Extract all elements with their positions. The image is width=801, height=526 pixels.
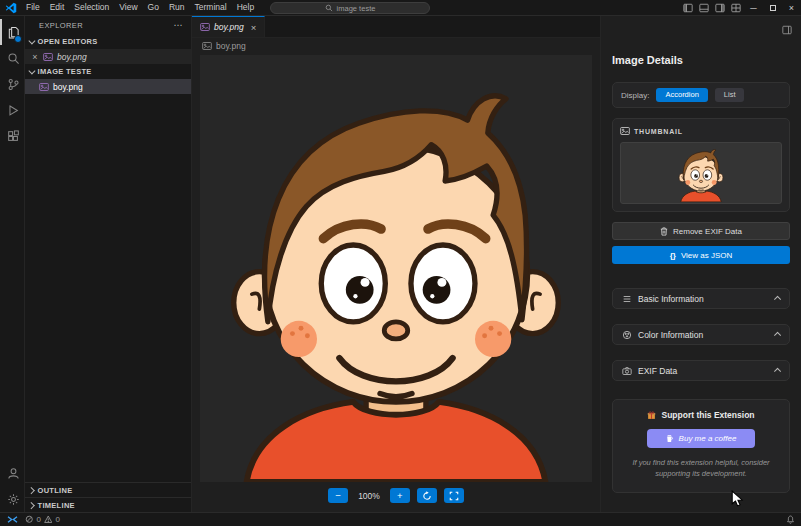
activity-account[interactable]: [0, 460, 24, 486]
chevron-right-icon: [28, 502, 34, 508]
tab-boy-png[interactable]: boy.png ×: [192, 16, 265, 37]
panel-layout-icon[interactable]: [782, 21, 792, 39]
list-icon: [622, 294, 632, 304]
panel-title: Image Details: [612, 54, 790, 66]
image-file-icon: [43, 52, 53, 62]
tab-close-icon[interactable]: ×: [251, 22, 257, 33]
display-label: Display:: [621, 91, 649, 100]
thumbnail-box: [620, 142, 782, 204]
accordion-label: Color Information: [638, 330, 703, 340]
view-json-label: View as JSON: [681, 251, 732, 260]
error-count: 0: [37, 515, 41, 524]
menu-run[interactable]: Run: [164, 0, 190, 15]
menu-terminal[interactable]: Terminal: [190, 0, 232, 15]
warning-count: 0: [55, 515, 59, 524]
toggle-secondary-sidebar-icon[interactable]: [712, 0, 728, 15]
activity-run-debug[interactable]: [0, 97, 24, 123]
camera-icon: [622, 366, 632, 376]
menu-view[interactable]: View: [114, 0, 142, 15]
zoom-out-button[interactable]: −: [328, 488, 348, 503]
menu-help[interactable]: Help: [232, 0, 259, 15]
close-icon[interactable]: ×: [31, 52, 39, 62]
remote-indicator[interactable]: [3, 513, 21, 526]
image-file-icon: [39, 82, 49, 92]
workbench: EXPLORER ⋯ OPEN EDITORS × boy.png IMAGE …: [0, 16, 801, 512]
activity-extensions[interactable]: [0, 123, 24, 149]
folder-name: IMAGE TESTE: [38, 67, 92, 76]
activity-bar: [0, 16, 25, 512]
timeline-label: TIMELINE: [38, 501, 75, 510]
activity-settings[interactable]: [0, 486, 24, 512]
open-editors-label: OPEN EDITORS: [38, 37, 98, 46]
fit-screen-button[interactable]: [444, 488, 464, 503]
timeline-section[interactable]: TIMELINE: [25, 497, 191, 512]
extensions-icon: [7, 130, 20, 143]
accordion-basic-information[interactable]: Basic Information: [612, 288, 790, 309]
more-actions-icon[interactable]: ⋯: [174, 20, 183, 30]
accordion-exif-data[interactable]: EXIF Data: [612, 360, 790, 381]
vscode-logo-icon: [5, 2, 17, 14]
bell-icon[interactable]: [786, 515, 795, 524]
customize-layout-icon[interactable]: [728, 0, 744, 15]
trash-icon: [660, 227, 668, 236]
chevron-right-icon: [28, 487, 34, 493]
image-details-panel: Image Details Display: Accordion List TH…: [600, 16, 801, 512]
menu-go[interactable]: Go: [143, 0, 164, 15]
support-note: If you find this extension helpful, cons…: [621, 457, 781, 480]
chevron-down-icon: [29, 68, 35, 74]
sync-badge: [14, 35, 22, 43]
problems-indicator[interactable]: 0 0: [25, 515, 60, 524]
maximize-icon: [770, 5, 776, 11]
zoom-level: 100%: [358, 491, 380, 501]
breadcrumb[interactable]: boy.png: [192, 38, 600, 53]
window-minimize-button[interactable]: ─: [744, 0, 763, 15]
command-center-search[interactable]: image teste: [270, 2, 430, 14]
image-file-icon: [202, 41, 212, 51]
image-preview[interactable]: [200, 55, 592, 482]
menu-file[interactable]: File: [21, 0, 45, 15]
zoom-in-button[interactable]: +: [390, 488, 410, 503]
remove-exif-button[interactable]: Remove EXIF Data: [612, 222, 790, 240]
folder-section[interactable]: IMAGE TESTE: [25, 64, 191, 79]
statusbar-right: [786, 515, 795, 524]
toggle-panel-icon[interactable]: [696, 0, 712, 15]
window-maximize-button[interactable]: [763, 0, 782, 15]
view-json-button[interactable]: {} View as JSON: [612, 246, 790, 264]
open-editor-filename: boy.png: [57, 52, 87, 62]
support-title: Support this Extension: [661, 410, 754, 420]
breadcrumb-item[interactable]: boy.png: [216, 41, 246, 51]
zoom-controls: − 100% +: [192, 484, 600, 512]
open-editor-item[interactable]: × boy.png: [25, 49, 191, 64]
toggle-sidebar-icon[interactable]: [680, 0, 696, 15]
image-icon: [620, 126, 630, 136]
reset-zoom-icon: [422, 491, 432, 501]
display-accordion-button[interactable]: Accordion: [656, 88, 707, 102]
activity-search[interactable]: [0, 45, 24, 71]
activity-explorer[interactable]: [0, 19, 24, 45]
titlebar: File Edit Selection View Go Run Terminal…: [0, 0, 801, 16]
menu-edit[interactable]: Edit: [45, 0, 70, 15]
display-toggle-card: Display: Accordion List: [612, 82, 790, 108]
source-control-icon: [7, 78, 20, 91]
image-file-icon: [200, 22, 210, 32]
fit-screen-icon: [449, 491, 459, 501]
display-list-button[interactable]: List: [715, 88, 745, 102]
zoom-reset-button[interactable]: [417, 488, 437, 503]
accordion-color-information[interactable]: Color Information: [612, 324, 790, 345]
search-icon: [325, 4, 333, 12]
image-preview-canvas: [192, 53, 600, 484]
accordion-label: Basic Information: [638, 294, 704, 304]
outline-section[interactable]: OUTLINE: [25, 482, 191, 497]
accordion-label: EXIF Data: [638, 366, 677, 376]
open-editors-section[interactable]: OPEN EDITORS: [25, 34, 191, 49]
buy-coffee-button[interactable]: Buy me a coffee: [647, 429, 755, 448]
search-icon: [7, 52, 20, 65]
file-row-selected[interactable]: boy.png: [25, 79, 191, 94]
editor-group: boy.png × boy.png − 100% +: [192, 16, 600, 512]
outline-label: OUTLINE: [38, 486, 73, 495]
chevron-down-icon: [29, 38, 35, 44]
menu-selection[interactable]: Selection: [69, 0, 114, 15]
thumbnail-label: THUMBNAIL: [634, 128, 683, 135]
activity-source-control[interactable]: [0, 71, 24, 97]
window-close-button[interactable]: ×: [782, 0, 801, 15]
